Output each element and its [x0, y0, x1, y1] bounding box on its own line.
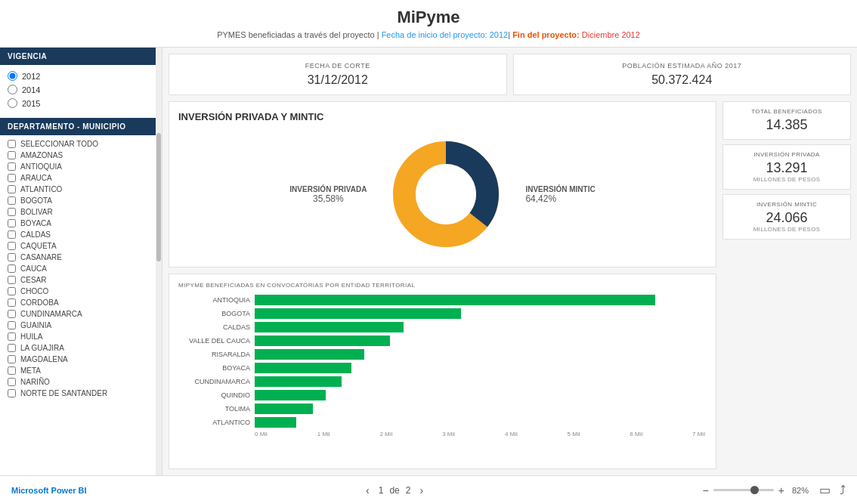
departamento-header: DEPARTAMENTO - MUNICIPIO	[0, 118, 162, 135]
x-label-5: 5 Mil	[568, 431, 580, 438]
bar-fill-cundinamarca	[255, 376, 342, 387]
poblacion-label: POBLACIÓN ESTIMADA AÑO 2017	[525, 62, 840, 70]
dept-guainia[interactable]: GUAINIA	[8, 321, 154, 329]
vigencia-2015[interactable]: 2015	[8, 98, 154, 108]
vigencia-2012[interactable]: 2012	[8, 71, 154, 81]
right-panel: FECHA DE CORTE 31/12/2012 POBLACIÓN ESTI…	[162, 48, 857, 475]
mintic-pct: 64,42%	[525, 193, 595, 204]
page-total: 2	[406, 485, 411, 496]
donut-title: INVERSIÓN PRIVADA Y MINTIC	[178, 111, 707, 122]
header-subtitle: PYMES beneficiadas a través del proyecto…	[15, 30, 842, 39]
bar-section: MIPYME BENEFICIADAS EN CONVOCATORIAS POR…	[169, 274, 716, 469]
vigencia-radio-2014[interactable]	[8, 85, 17, 94]
middle-section: INVERSIÓN PRIVADA Y MINTIC INVERSIÓN PRI…	[162, 95, 857, 475]
bar-fill-quindio	[255, 390, 326, 400]
dept-narino[interactable]: NARIÑO	[8, 378, 154, 386]
mintic-stat-value: 24.066	[732, 210, 841, 226]
dept-huila[interactable]: HUILA	[8, 332, 154, 341]
subtitle-sep2: |	[508, 30, 510, 39]
subtitle-fecha: Fecha de inicio del proyecto: 2012	[382, 30, 509, 39]
x-axis: 0 Mil 1 Mil 2 Mil 3 Mil 4 Mil 5 Mil 6 Mi…	[255, 431, 707, 438]
main-container: MiPyme PYMES beneficiadas a través del p…	[0, 0, 857, 504]
vigencia-radio-2012[interactable]	[8, 71, 17, 81]
zoom-percentage: 82%	[792, 486, 809, 495]
zoom-in-button[interactable]: +	[778, 484, 784, 496]
dept-cesar[interactable]: CESAR	[8, 276, 154, 284]
total-value: 14.385	[732, 117, 841, 133]
subtitle-pre: PYMES beneficiadas a través del proyecto	[217, 30, 375, 39]
privada-pct: 35,58%	[289, 193, 367, 204]
page-current: 1	[379, 485, 384, 496]
dept-cauca[interactable]: CAUCA	[8, 264, 154, 273]
dept-amazonas[interactable]: AMAZONAS	[8, 151, 154, 159]
x-label-4: 4 Mil	[505, 431, 518, 438]
dept-boyaca[interactable]: BOYACA	[8, 219, 154, 227]
header: MiPyme PYMES beneficiadas a través del p…	[0, 0, 857, 48]
dept-magdalena[interactable]: MAGDALENA	[8, 355, 154, 363]
zoom-out-button[interactable]: −	[703, 484, 709, 496]
scrollbar-track[interactable]	[156, 48, 162, 475]
vigencia-section: VIGENCIA 2012 2014 2015	[0, 48, 162, 118]
next-page-button[interactable]: ›	[416, 483, 426, 498]
dept-caqueta[interactable]: CAQUETA	[8, 242, 154, 250]
dept-antioquia[interactable]: ANTIOQUIA	[8, 162, 154, 171]
bar-row-bogota: BOGOTA	[178, 308, 707, 319]
zoom-slider[interactable]	[713, 489, 774, 491]
bar-row-risaralda: RISARALDA	[178, 349, 707, 360]
dept-seleccionar-todo[interactable]: SELECCIONAR TODO	[8, 140, 154, 148]
dept-choco[interactable]: CHOCO	[8, 287, 154, 295]
dept-casanare[interactable]: CASANARE	[8, 253, 154, 261]
content-area: VIGENCIA 2012 2014 2015	[0, 48, 857, 475]
x-label-1: 1 Mil	[317, 431, 330, 438]
subtitle-fin-date: Diciembre 2012	[582, 30, 640, 39]
right-stats: TOTAL BENEFICIADOS 14.385 INVERSIÓN PRIV…	[722, 101, 851, 469]
page-title: MiPyme	[15, 8, 842, 27]
donut-chart	[382, 130, 510, 258]
privada-stat-label: INVERSIÓN PRIVADA	[732, 151, 841, 158]
zoom-control: − + 82% ▭ ⤴	[703, 483, 846, 497]
privada-sub: MILLONES DE PESOS	[732, 176, 841, 183]
top-metrics: FECHA DE CORTE 31/12/2012 POBLACIÓN ESTI…	[162, 48, 857, 95]
inversion-privada-card: INVERSIÓN PRIVADA 13.291 MILLONES DE PES…	[722, 144, 851, 190]
bar-row-cundinamarca: CUNDINAMARCA	[178, 376, 707, 387]
bar-row-boyaca: BOYACA	[178, 363, 707, 373]
fecha-corte-value: 31/12/2012	[181, 73, 495, 87]
dept-la-guajira[interactable]: LA GUAJIRA	[8, 344, 154, 352]
bar-chart: ANTIOQUIA BOGOTA CALDAS	[178, 295, 707, 428]
bar-fill-antioquia	[255, 295, 655, 305]
prev-page-button[interactable]: ‹	[363, 483, 373, 498]
bar-row-caldas: CALDAS	[178, 322, 707, 332]
bottom-bar: Microsoft Power BI ‹ 1 de 2 › − + 82% ▭ …	[0, 475, 857, 504]
x-label-3: 3 Mil	[442, 431, 455, 438]
vigencia-header: VIGENCIA	[0, 48, 162, 65]
bar-fill-tolima	[255, 404, 313, 414]
fullscreen-icon[interactable]: ⤴	[840, 484, 846, 497]
fit-icon[interactable]: ▭	[819, 483, 831, 497]
dept-bolivar[interactable]: BOLIVAR	[8, 208, 154, 216]
bar-row-atlantico: ATLANTICO	[178, 417, 707, 428]
mintic-sub: MILLONES DE PESOS	[732, 226, 841, 233]
powerbi-link[interactable]: Microsoft Power BI	[11, 486, 87, 495]
bar-row-valle: VALLE DEL CAUCA	[178, 335, 707, 346]
dept-arauca[interactable]: ARAUCA	[8, 174, 154, 182]
total-label: TOTAL BENEFICIADOS	[732, 108, 841, 115]
dept-cordoba[interactable]: CORDOBA	[8, 298, 154, 307]
dept-caldas[interactable]: CALDAS	[8, 230, 154, 239]
dept-bogota[interactable]: BOGOTA	[8, 196, 154, 205]
dept-atlantico[interactable]: ATLANTICO	[8, 185, 154, 193]
scrollbar-thumb[interactable]	[156, 133, 161, 261]
x-label-0: 0 Mil	[255, 431, 268, 438]
dept-cundinamarca[interactable]: CUNDINAMARCA	[8, 310, 154, 318]
subtitle-fin: Fin del proyecto:	[512, 30, 582, 39]
inversion-mintic-card: INVERSIÓN MINTIC 24.066 MILLONES DE PESO…	[722, 194, 851, 240]
dept-meta[interactable]: META	[8, 366, 154, 375]
dept-norte-santander[interactable]: NORTE DE SANTANDER	[8, 389, 154, 397]
mintic-stat-label: INVERSIÓN MINTIC	[732, 201, 841, 208]
svg-point-2	[416, 164, 476, 224]
dept-list: SELECCIONAR TODO AMAZONAS ANTIOQUIA ARAU…	[0, 135, 162, 405]
poblacion-value: 50.372.424	[525, 73, 840, 87]
fecha-corte-label: FECHA DE CORTE	[181, 62, 495, 70]
vigencia-radio-2015[interactable]	[8, 98, 17, 108]
vigencia-2014[interactable]: 2014	[8, 85, 154, 94]
bar-row-tolima: TOLIMA	[178, 404, 707, 414]
